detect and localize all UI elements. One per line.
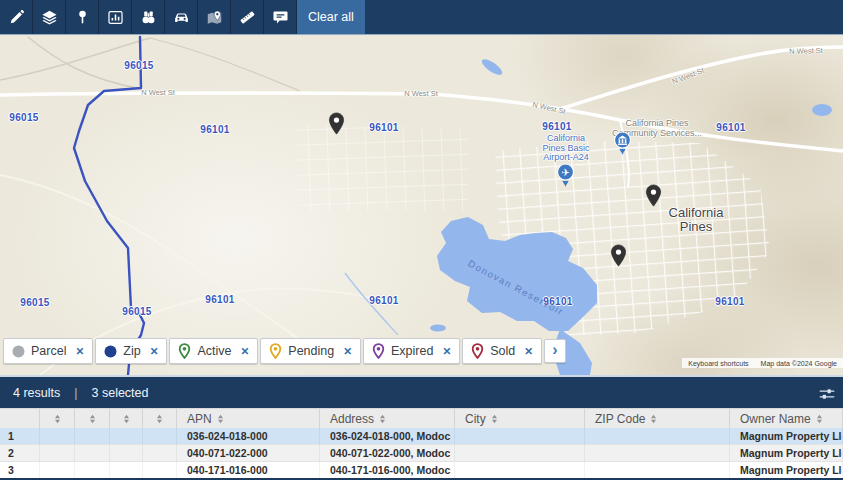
map-canvas[interactable]: 9601596015960159601596101961019610196101… (0, 35, 843, 375)
pencil-tool-button[interactable] (0, 0, 33, 34)
sort-icon (54, 414, 61, 424)
chip-label: Parcel (31, 344, 66, 358)
chip-close-icon[interactable]: ✕ (150, 346, 159, 357)
zip-code-label: 96101 (715, 296, 744, 307)
table-cell: 040-071-022-000, Modoc (320, 445, 455, 461)
chip-close-icon[interactable]: ✕ (524, 346, 533, 357)
filter-chip-parcel[interactable]: Parcel✕ (3, 338, 93, 364)
table-cell (455, 428, 585, 444)
sort-icon (89, 414, 96, 424)
column-settings-button[interactable] (817, 385, 837, 403)
table-cell (110, 462, 143, 478)
zip-code-label: 96101 (716, 122, 745, 133)
column-header-zip-code[interactable]: ZIP Code (585, 409, 730, 428)
zip-code-label: 96015 (20, 297, 49, 308)
table-cell: 040-071-022-000 (177, 445, 320, 461)
column-header-icon[interactable] (143, 409, 177, 428)
table-cell (143, 428, 177, 444)
table-cell: Magnum Property Llc (730, 462, 843, 478)
keyboard-shortcuts-link[interactable]: Keyboard shortcuts (682, 358, 754, 368)
table-body: 1036-024-018-000036-024-018-000, ModocMa… (0, 428, 843, 479)
filter-chip-pending[interactable]: Pending✕ (260, 338, 361, 364)
ruler-tool-button[interactable] (231, 0, 264, 34)
zip-code-label: 96015 (122, 306, 151, 317)
chip-label: Pending (288, 344, 334, 358)
chip-close-icon[interactable]: ✕ (343, 346, 352, 357)
car-tool-button[interactable] (165, 0, 198, 34)
table-row[interactable]: 3040-171-016-000040-171-016-000, ModocMa… (0, 462, 843, 479)
table-cell (75, 428, 110, 444)
table-row[interactable]: 2040-071-022-000040-071-022-000, ModocMa… (0, 445, 843, 462)
table-cell (143, 462, 177, 478)
table-cell: 040-171-016-000 (177, 462, 320, 478)
ruler-icon (239, 9, 256, 26)
table-cell (75, 445, 110, 461)
comment-tool-button[interactable] (264, 0, 297, 34)
chart-tool-button[interactable] (99, 0, 132, 34)
table-cell: Magnum Property Llc (730, 445, 843, 461)
community-services-pin-icon[interactable] (613, 131, 632, 156)
airport-poi-label: CaliforniaPines BasicAirport-A24 (542, 134, 589, 163)
sort-icon (816, 414, 823, 424)
chip-close-icon[interactable]: ✕ (442, 346, 451, 357)
column-header-apn[interactable]: APN (177, 409, 320, 428)
property-marker[interactable] (645, 184, 662, 207)
table-cell (143, 445, 177, 461)
chip-label: Sold (490, 344, 515, 358)
parcel-grid-west (295, 123, 468, 211)
sold-chip-pin-icon (471, 343, 484, 359)
column-header-city[interactable]: City (455, 409, 585, 428)
table-cell (585, 428, 730, 444)
chip-close-icon[interactable]: ✕ (240, 346, 249, 357)
zip-chip-circle-icon (104, 345, 117, 358)
street-label: N West St (404, 89, 438, 98)
property-marker[interactable] (610, 244, 627, 267)
zip-code-label: 96101 (205, 294, 234, 305)
filter-chip-zip[interactable]: Zip✕ (95, 338, 167, 364)
property-marker[interactable] (328, 112, 345, 135)
table-cell (585, 462, 730, 478)
binoculars-icon (140, 9, 157, 26)
table-cell (585, 445, 730, 461)
table-cell (455, 462, 585, 478)
drop-pin-tool-button[interactable] (66, 0, 99, 34)
chips-expand-chevron[interactable]: › (544, 339, 566, 363)
table-cell: 040-171-016-000, Modoc (320, 462, 455, 478)
chip-close-icon[interactable]: ✕ (75, 346, 84, 357)
column-header-icon (0, 409, 40, 428)
zip-code-label: 96101 (542, 121, 571, 132)
table-cell: 036-024-018-000, Modoc (320, 428, 455, 444)
column-header-address[interactable]: Address (320, 409, 455, 428)
table-cell (110, 428, 143, 444)
selected-count: 3 selected (92, 386, 149, 400)
sort-icon (650, 414, 657, 424)
parcel-map-app: Clear all (0, 0, 843, 480)
binoculars-tool-button[interactable] (132, 0, 165, 34)
column-header-icon[interactable] (75, 409, 110, 428)
column-header-icon[interactable] (40, 409, 75, 428)
layers-tool-button[interactable] (33, 0, 66, 34)
filter-chip-sold[interactable]: Sold✕ (462, 338, 542, 364)
row-number-cell: 1 (0, 428, 40, 444)
table-cell (455, 445, 585, 461)
filter-chip-active[interactable]: Active✕ (169, 338, 258, 364)
airport-pin-icon[interactable]: ✈ (556, 163, 575, 188)
row-number-cell: 2 (0, 445, 40, 461)
map-markers-tool-button[interactable] (198, 0, 231, 34)
map-attribution: Keyboard shortcuts Map data ©2024 Google (682, 358, 843, 368)
table-cell (110, 445, 143, 461)
clear-all-button[interactable]: Clear all (297, 0, 365, 34)
pending-chip-pin-icon (269, 343, 282, 359)
row-number-cell: 3 (0, 462, 40, 478)
table-cell (40, 428, 75, 444)
filter-chip-expired[interactable]: Expired✕ (363, 338, 460, 364)
svg-text:✈: ✈ (561, 167, 569, 178)
results-bar: 4 results | 3 selected (0, 377, 843, 408)
column-header-icon[interactable] (110, 409, 143, 428)
table-row[interactable]: 1036-024-018-000036-024-018-000, ModocMa… (0, 428, 843, 445)
expired-chip-pin-icon (372, 343, 385, 359)
table-cell (75, 462, 110, 478)
sort-icon (217, 414, 224, 424)
column-header-owner-name[interactable]: Owner Name (730, 409, 843, 428)
street-label: N West St (789, 46, 823, 56)
